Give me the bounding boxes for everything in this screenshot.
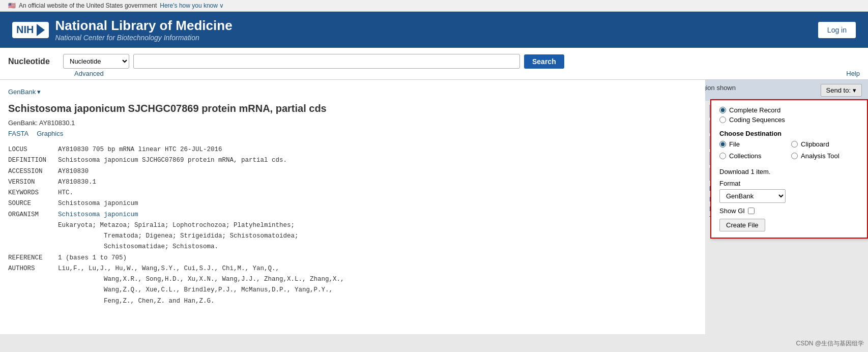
file-label: File bbox=[729, 140, 740, 148]
version-value: AY810830.1 bbox=[58, 177, 96, 188]
definition-label: DEFINITION bbox=[8, 155, 54, 166]
search-input[interactable] bbox=[133, 54, 520, 69]
file-option[interactable]: File bbox=[719, 140, 787, 148]
reference-label: REFERENCE bbox=[8, 253, 54, 263]
source-value: Schistosoma japonicum bbox=[58, 198, 138, 209]
show-gi-label: Show GI bbox=[719, 207, 745, 215]
keywords-value: HTC. bbox=[58, 188, 73, 198]
show-gi-row: Show GI bbox=[719, 207, 859, 215]
analysis-tool-radio[interactable] bbox=[791, 153, 798, 159]
clipboard-radio[interactable] bbox=[791, 141, 798, 148]
accession-label: ACCESSION bbox=[8, 166, 54, 177]
collections-option[interactable]: Collections bbox=[719, 152, 787, 160]
locus-label: LOCUS bbox=[8, 144, 54, 155]
analysis-tool-label: Analysis Tool bbox=[801, 152, 840, 160]
search-label: Nucleotide bbox=[8, 57, 59, 66]
organism-label: ORGANISM bbox=[8, 210, 54, 220]
reference-value: 1 (bases 1 to 705) bbox=[58, 253, 127, 263]
database-select[interactable]: Nucleotide Gene Protein PubMed bbox=[63, 54, 129, 69]
coding-sequences-label: Coding Sequences bbox=[729, 116, 785, 124]
organism-value: Schistosoma japonicum bbox=[58, 210, 138, 220]
complete-record-label: Complete Record bbox=[729, 106, 780, 114]
organism-row: ORGANISM Schistosoma japonicum bbox=[8, 210, 697, 220]
create-file-button[interactable]: Create File bbox=[719, 219, 765, 231]
keywords-row: KEYWORDS HTC. bbox=[8, 188, 697, 198]
site-subtitle: National Center for Biotechnology Inform… bbox=[55, 34, 232, 42]
destination-heading: Choose Destination bbox=[719, 130, 859, 137]
search-row: Nucleotide Nucleotide Gene Protein PubMe… bbox=[8, 54, 860, 69]
coding-sequences-option[interactable]: Coding Sequences bbox=[719, 116, 859, 124]
authors-value: Liu,F., Lu,J., Hu,W., Wang,S.Y., Cui,S.J… bbox=[58, 263, 344, 307]
logo-area: NIH National Library of Medicine Nationa… bbox=[12, 18, 233, 42]
record-title: Schistosoma japonicum SJCHGC07869 protei… bbox=[8, 102, 697, 115]
destination-section: Choose Destination File Clipboard Col bbox=[719, 130, 859, 162]
genbank-link[interactable]: GenBank ▾ bbox=[8, 88, 41, 96]
change-region-label: Change region shown bbox=[705, 84, 736, 92]
format-links: FASTA Graphics bbox=[8, 130, 697, 137]
how-you-know-link[interactable]: Here's how you know ∨ bbox=[160, 2, 224, 9]
site-title: National Library of Medicine National Ce… bbox=[55, 18, 232, 42]
locus-row: LOCUS AY810830 705 bp mRNA linear HTC 26… bbox=[8, 144, 697, 155]
format-select[interactable]: GenBank FASTA GFF3 ASN.1 bbox=[719, 189, 786, 203]
analysis-tool-option[interactable]: Analysis Tool bbox=[791, 152, 859, 160]
gov-banner-text: An official website of the United States… bbox=[19, 2, 157, 9]
organism-link[interactable]: Schistosoma japonicum bbox=[58, 211, 138, 218]
taxonomy-value: Eukaryota; Metazoa; Spiralia; Lophotroch… bbox=[58, 220, 299, 253]
advanced-link[interactable]: Advanced bbox=[74, 70, 104, 77]
clipboard-label: Clipboard bbox=[801, 140, 829, 148]
version-row: VERSION AY810830.1 bbox=[8, 177, 697, 188]
search-button[interactable]: Search bbox=[524, 54, 564, 69]
collections-label: Collections bbox=[729, 152, 762, 160]
reference-row: REFERENCE 1 (bases 1 to 705) bbox=[8, 253, 697, 263]
record-table: LOCUS AY810830 705 bp mRNA linear HTC 26… bbox=[8, 144, 697, 307]
left-panel: GenBank ▾ Schistosoma japonicum SJCHGC07… bbox=[0, 80, 705, 334]
send-to-label: Send to: bbox=[826, 86, 851, 94]
site-header: NIH National Library of Medicine Nationa… bbox=[0, 12, 868, 48]
accession-row: ACCESSION AY810830 bbox=[8, 166, 697, 177]
chevron-down-icon: ▾ bbox=[37, 88, 41, 96]
nih-arrow-icon bbox=[37, 24, 45, 36]
authors-row: AUTHORS Liu,F., Lu,J., Hu,W., Wang,S.Y.,… bbox=[8, 263, 697, 307]
nih-logo: NIH bbox=[12, 22, 49, 38]
complete-record-option[interactable]: Complete Record bbox=[719, 106, 859, 114]
format-label: Format bbox=[719, 180, 859, 187]
coding-sequences-radio[interactable] bbox=[719, 116, 726, 123]
send-to-arrow-icon: ▾ bbox=[853, 86, 856, 94]
send-to-dropdown: Complete Record Coding Sequences Choose … bbox=[710, 99, 868, 239]
file-radio[interactable] bbox=[719, 141, 726, 148]
authors-label: AUTHORS bbox=[8, 263, 54, 307]
main-content: GenBank ▾ Schistosoma japonicum SJCHGC07… bbox=[0, 80, 868, 334]
login-button[interactable]: Log in bbox=[818, 22, 856, 38]
complete-record-radio[interactable] bbox=[719, 107, 726, 113]
gov-banner: 🇺🇸 An official website of the United Sta… bbox=[0, 0, 868, 12]
taxonomy-row: Eukaryota; Metazoa; Spiralia; Lophotroch… bbox=[8, 220, 697, 253]
accession-value: AY810830 bbox=[58, 166, 89, 177]
record-type-section: Complete Record Coding Sequences bbox=[719, 106, 859, 124]
sidebar-toolbar: Send to: ▾ Complete Record Coding Sequen… bbox=[705, 80, 868, 101]
send-to-button[interactable]: Send to: ▾ bbox=[821, 84, 862, 97]
site-name: National Library of Medicine bbox=[55, 18, 232, 34]
fasta-link[interactable]: FASTA bbox=[8, 130, 28, 137]
search-sub-row: Advanced Help bbox=[8, 70, 860, 77]
taxonomy-spacer bbox=[8, 220, 54, 253]
version-label: VERSION bbox=[8, 177, 54, 188]
destination-grid: File Clipboard Collections Analysis bbox=[719, 140, 859, 162]
keywords-label: KEYWORDS bbox=[8, 188, 54, 198]
definition-value: Schistosoma japonicum SJCHGC07869 protei… bbox=[58, 155, 287, 166]
graphics-link[interactable]: Graphics bbox=[37, 130, 63, 137]
accession-line: GenBank: AY810830.1 bbox=[8, 119, 697, 127]
help-link[interactable]: Help bbox=[846, 70, 860, 77]
source-row: SOURCE Schistosoma japonicum bbox=[8, 198, 697, 209]
right-sidebar: Send to: ▾ Complete Record Coding Sequen… bbox=[705, 80, 868, 334]
download-text: Download 1 item. bbox=[719, 168, 859, 175]
definition-row: DEFINITION Schistosoma japonicum SJCHGC0… bbox=[8, 155, 697, 166]
show-gi-checkbox[interactable] bbox=[748, 208, 755, 214]
search-bar-area: Nucleotide Nucleotide Gene Protein PubMe… bbox=[0, 48, 868, 80]
flag-icon: 🇺🇸 bbox=[8, 2, 16, 9]
clipboard-option[interactable]: Clipboard bbox=[791, 140, 859, 148]
collections-radio[interactable] bbox=[719, 153, 726, 159]
locus-value: AY810830 705 bp mRNA linear HTC 26-JUL-2… bbox=[58, 144, 222, 155]
source-label: SOURCE bbox=[8, 198, 54, 209]
